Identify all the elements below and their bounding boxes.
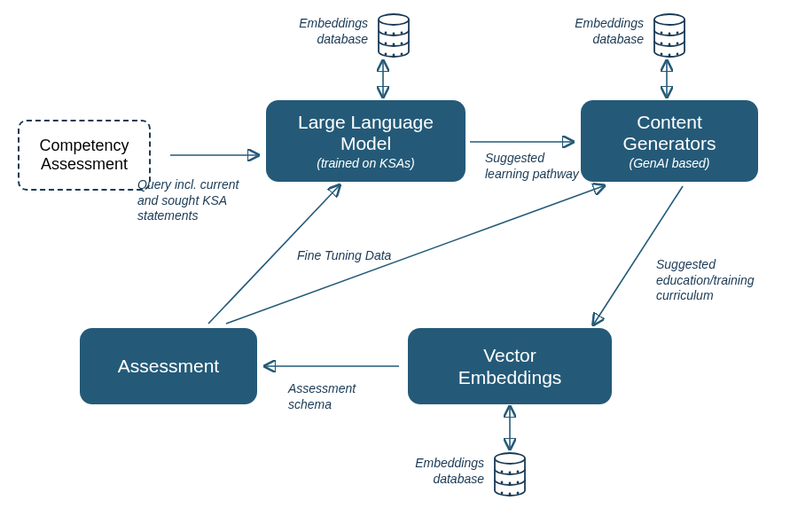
llm-subtitle: (trained on KSAs) <box>317 156 415 170</box>
svg-point-23 <box>517 471 520 473</box>
arrow-label-curriculum: Suggested education/training curriculum <box>656 257 771 304</box>
svg-point-9 <box>401 53 403 56</box>
svg-point-12 <box>669 33 671 35</box>
content-title: Content Generators <box>588 112 751 154</box>
svg-point-8 <box>393 54 395 57</box>
svg-point-10 <box>654 14 685 25</box>
svg-point-0 <box>379 14 409 25</box>
svg-point-22 <box>509 472 512 474</box>
svg-point-29 <box>517 492 520 495</box>
arrow-label-query: Query incl. current and sought KSA state… <box>137 177 262 224</box>
svg-point-4 <box>385 43 387 45</box>
svg-point-13 <box>677 32 679 35</box>
svg-point-27 <box>501 492 504 495</box>
content-subtitle: (GenAI based) <box>629 156 709 170</box>
svg-point-21 <box>501 471 504 473</box>
svg-point-17 <box>661 53 663 56</box>
vector-embeddings-node: VectorEmbeddings <box>408 328 612 404</box>
content-generators-node: Content Generators (GenAI based) <box>581 100 758 182</box>
db-label-top-left: Embeddings database <box>270 16 368 47</box>
db-label-top-right: Embeddings database <box>546 16 644 47</box>
svg-point-14 <box>661 43 663 45</box>
svg-point-16 <box>677 43 679 45</box>
svg-point-15 <box>669 43 671 46</box>
competency-assessment-label: Competency Assessment <box>28 137 140 174</box>
arrow-label-schema: Assessment schema <box>288 381 395 412</box>
svg-point-3 <box>401 32 403 35</box>
assessment-label: Assessment <box>118 356 219 377</box>
svg-point-26 <box>517 481 520 484</box>
assessment-node: Assessment <box>80 328 257 404</box>
llm-node: Large Language Model (trained on KSAs) <box>266 100 466 182</box>
svg-point-1 <box>385 32 387 35</box>
embeddings-db-top-right <box>653 13 686 58</box>
svg-point-2 <box>393 33 395 35</box>
vector-label: VectorEmbeddings <box>458 344 562 388</box>
svg-point-6 <box>401 43 403 45</box>
svg-point-18 <box>669 54 671 57</box>
db-label-bottom: Embeddings database <box>387 456 484 487</box>
svg-point-20 <box>495 453 525 464</box>
svg-point-25 <box>509 482 512 485</box>
svg-point-11 <box>661 32 663 35</box>
svg-point-5 <box>393 43 395 46</box>
embeddings-db-bottom <box>493 452 527 497</box>
arrow-label-pathway: Suggested learning pathway <box>485 151 583 182</box>
embeddings-db-top-left <box>377 13 411 58</box>
competency-assessment-node: Competency Assessment <box>18 120 151 191</box>
svg-point-19 <box>677 53 679 56</box>
svg-point-28 <box>509 493 512 496</box>
llm-title: Large Language Model <box>273 112 458 154</box>
arrow-label-finetune: Fine Tuning Data <box>297 248 439 264</box>
svg-point-24 <box>501 481 504 484</box>
svg-point-7 <box>385 53 387 56</box>
